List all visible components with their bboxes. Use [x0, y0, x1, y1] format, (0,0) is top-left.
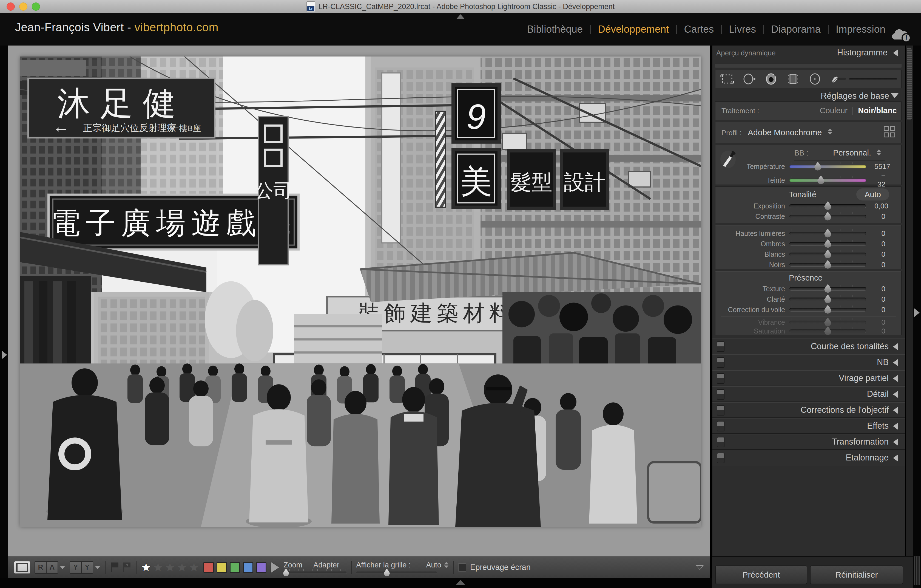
slider-thumb[interactable]: [824, 305, 832, 314]
slider-thumb[interactable]: [814, 162, 822, 171]
treatment-couleur[interactable]: Couleur: [820, 106, 848, 115]
vibrance-slider[interactable]: [789, 321, 866, 324]
color-label-purple[interactable]: [256, 562, 267, 573]
panel-transformation[interactable]: Transformation: [713, 433, 905, 450]
soft-proof-checkbox[interactable]: [458, 563, 466, 572]
close-button[interactable]: [7, 2, 15, 11]
module-livres[interactable]: Livres: [729, 24, 756, 35]
toolbar-options-arrow[interactable]: [696, 565, 704, 570]
color-label-yellow[interactable]: [216, 562, 227, 573]
red-eye-icon[interactable]: [764, 73, 778, 85]
color-label-blue[interactable]: [243, 562, 253, 573]
module-bibliotheque[interactable]: Bibliothèque: [527, 24, 583, 35]
panel-toggle-icon[interactable]: [717, 437, 724, 447]
panel-nb[interactable]: NB: [713, 354, 905, 370]
collapse-arrow-icon[interactable]: [893, 359, 898, 366]
module-diaporama[interactable]: Diaporama: [771, 24, 821, 35]
slider-thumb[interactable]: [817, 176, 825, 184]
collapse-arrow-icon[interactable]: [893, 375, 898, 382]
color-label-green[interactable]: [230, 562, 240, 573]
panel-toggle-icon[interactable]: [717, 421, 724, 432]
cloud-sync-alert-icon[interactable]: !: [890, 28, 913, 44]
star-5[interactable]: ★: [189, 562, 199, 573]
identity-plate[interactable]: Jean-François Vibert - vibertphoto.com: [15, 21, 218, 34]
zoom-label[interactable]: Zoom: [283, 561, 302, 569]
before-after-yy-button[interactable]: YY: [70, 561, 100, 574]
collapse-arrow-icon[interactable]: [893, 391, 898, 398]
expand-arrow-icon[interactable]: [891, 93, 898, 98]
slider-thumb[interactable]: [824, 229, 832, 238]
dropdown-arrow-icon[interactable]: [60, 566, 65, 569]
basic-panel-header[interactable]: Réglages de base: [713, 91, 905, 101]
zoom-window-button[interactable]: [32, 2, 40, 11]
zoom-slider[interactable]: [283, 572, 347, 574]
collapse-arrow-icon[interactable]: [893, 438, 898, 446]
flag-pick-icon[interactable]: [110, 562, 119, 573]
module-developpement[interactable]: Développement: [598, 24, 669, 35]
panel-scrollbar[interactable]: [906, 46, 913, 556]
slider-thumb[interactable]: [824, 326, 832, 335]
adjustment-brush-icon[interactable]: [830, 73, 847, 85]
tint-slider[interactable]: [789, 179, 866, 182]
histogram-header[interactable]: Aperçu dynamique Histogramme: [713, 47, 905, 59]
profile-value[interactable]: Adobe Monochrome: [748, 128, 822, 137]
slider-thumb[interactable]: [824, 318, 832, 326]
star-4[interactable]: ★: [177, 562, 187, 573]
panel-corrections-objectif[interactable]: Corrections de l'objectif: [713, 402, 905, 418]
photo-main[interactable]: 沐足健 ← 正宗御足穴位反射理療 一樓B座 電子廣場遊戲機 公司: [20, 57, 701, 527]
whites-slider[interactable]: [789, 252, 866, 256]
slider-thumb[interactable]: [824, 212, 832, 220]
panel-toggle-icon[interactable]: [717, 453, 724, 463]
module-impression[interactable]: Impression: [836, 24, 885, 35]
slider-thumb[interactable]: [824, 249, 832, 258]
slider-thumb[interactable]: [824, 260, 832, 269]
star-3[interactable]: ★: [165, 562, 175, 573]
filmstrip-expand-arrow[interactable]: [456, 580, 465, 585]
wb-value[interactable]: Personnal.: [833, 148, 871, 157]
profile-browser-icon[interactable]: [884, 126, 897, 138]
wb-stepper-icon[interactable]: [877, 150, 881, 155]
panel-toggle-icon[interactable]: [717, 389, 724, 400]
exposure-slider[interactable]: [789, 204, 866, 208]
highlights-slider[interactable]: [789, 232, 866, 235]
dropdown-arrow-icon[interactable]: [95, 566, 100, 569]
radial-filter-icon[interactable]: [807, 73, 822, 85]
panel-detail[interactable]: Détail: [713, 386, 905, 402]
panel-virage-partiel[interactable]: Virage partiel: [713, 370, 905, 386]
collapse-arrow-icon[interactable]: [893, 407, 898, 414]
texture-slider[interactable]: [789, 287, 866, 290]
left-panel-expand-arrow[interactable]: [2, 350, 7, 359]
resize-grip[interactable]: [914, 556, 920, 585]
fit-label[interactable]: Adapter: [313, 561, 339, 569]
dehaze-slider[interactable]: [789, 308, 866, 311]
clarity-slider[interactable]: [789, 298, 866, 301]
collapse-arrow-icon[interactable]: [893, 343, 898, 350]
collapse-arrow-icon[interactable]: [893, 423, 898, 430]
slider-thumb[interactable]: [824, 239, 832, 248]
graduated-filter-icon[interactable]: [786, 73, 801, 85]
right-panel-collapse-arrow[interactable]: [914, 308, 919, 317]
grid-mode[interactable]: Auto: [426, 561, 448, 569]
grid-thumb[interactable]: [384, 569, 390, 577]
collapse-arrow-icon[interactable]: [893, 49, 898, 57]
slider-thumb[interactable]: [824, 295, 832, 303]
panel-courbe-des-tonalites[interactable]: Courbe des tonalités: [713, 338, 905, 354]
slider-thumb[interactable]: [824, 284, 832, 293]
yy-left-cell[interactable]: Y: [70, 562, 82, 573]
panel-etalonnage[interactable]: Etalonnage: [713, 449, 905, 466]
flag-reject-icon[interactable]: x: [122, 562, 131, 573]
star-1[interactable]: ★: [141, 562, 151, 573]
contrast-slider[interactable]: [789, 215, 866, 218]
saturation-slider[interactable]: [789, 329, 866, 333]
color-label-red[interactable]: [203, 562, 214, 573]
before-after-ra-button[interactable]: RA: [34, 561, 65, 574]
auto-button[interactable]: Auto: [856, 188, 889, 200]
panel-toggle-icon[interactable]: [717, 342, 724, 352]
play-slideshow-icon[interactable]: [271, 562, 279, 573]
spot-removal-icon[interactable]: [742, 73, 757, 85]
collapse-arrow-icon[interactable]: [893, 454, 898, 462]
profile-stepper-icon[interactable]: [828, 129, 832, 135]
top-panel-expand-arrow[interactable]: [456, 14, 465, 19]
grid-slider[interactable]: [356, 572, 437, 574]
ra-right-cell[interactable]: A: [47, 562, 57, 573]
